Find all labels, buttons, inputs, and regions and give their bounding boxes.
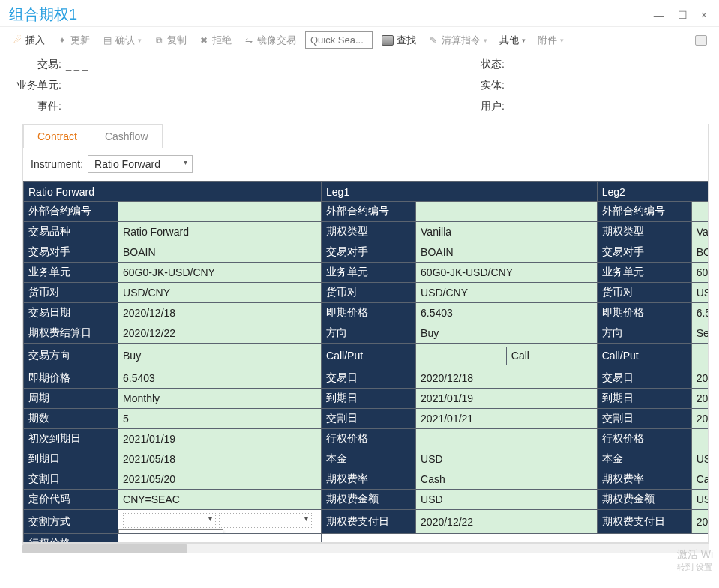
mirror-button: ⇋ 镜像交易 [241, 32, 299, 49]
copy-icon: ⧉ [154, 35, 164, 46]
printer-icon [695, 35, 707, 46]
binoculars-icon [382, 35, 394, 46]
callput-split[interactable]: Call [416, 344, 598, 368]
contract-grid: Ratio Forward Leg1 Leg2 外部合约编号 外部合约编号 外部… [23, 182, 708, 542]
insert-button[interactable]: ☄ 插入 [9, 32, 48, 49]
window-controls: — ☐ × [651, 9, 710, 21]
print-button[interactable] [692, 34, 710, 47]
settlement-mode-options: Full Netting [118, 530, 223, 534]
mirror-icon: ⇋ [244, 35, 254, 46]
event-label: 事件: [0, 100, 66, 113]
leg-label: 外部合约编号 [597, 202, 691, 222]
confirm-icon: ▤ [102, 35, 112, 46]
trade-label: 交易: [0, 58, 66, 71]
scrollbar-thumb[interactable] [22, 544, 187, 554]
insert-icon: ☄ [12, 35, 22, 46]
leg2-value[interactable] [691, 202, 708, 222]
toolbar: ☄ 插入 ✦ 更新 ▤ 确认 ▾ ⧉ 复制 ✖ 拒绝 ⇋ 镜像交易 查找 ✎ 清… [0, 27, 719, 53]
status-label: 状态: [472, 58, 509, 71]
trade-value: _ _ _ [66, 59, 88, 70]
maximize-button[interactable]: ☐ [675, 9, 691, 21]
update-button: ✦ 更新 [54, 32, 93, 49]
settlement-mode-dropdown-b[interactable] [219, 513, 312, 528]
clear-icon: ✎ [428, 35, 439, 46]
main-value[interactable] [118, 202, 322, 222]
close-button[interactable]: × [698, 9, 710, 21]
instrument-select[interactable]: Ratio Forward [88, 155, 193, 173]
windows-watermark: 激活 Wi 转到 设置 [677, 548, 713, 573]
attach-button: 附件 ▾ [535, 32, 567, 49]
main-label: 外部合约编号 [24, 202, 118, 222]
tab-contract[interactable]: Contract [23, 124, 91, 148]
settlement-mode-cell[interactable]: Full Netting ➤ [118, 510, 322, 534]
quick-search-input[interactable] [305, 32, 373, 49]
title-bar: 组合期权1 — ☐ × [0, 0, 719, 27]
tab-strip: Contract Cashflow [23, 124, 708, 148]
instrument-label: Instrument: [31, 158, 83, 170]
copy-button: ⧉ 复制 [151, 32, 190, 49]
leg-label: 外部合约编号 [322, 202, 416, 222]
confirm-button: ▤ 确认 ▾ [99, 32, 145, 49]
header-main: Ratio Forward [24, 182, 322, 202]
dropdown-option-full[interactable]: Full [119, 530, 223, 534]
other-button[interactable]: 其他 ▾ [496, 32, 529, 49]
settlement-mode-dropdown-a[interactable] [123, 513, 216, 528]
sheet-panel: Contract Cashflow Instrument: Ratio Forw… [22, 124, 709, 543]
bu-label: 业务单元: [0, 79, 66, 92]
horizontal-scrollbar[interactable] [22, 543, 709, 554]
info-region: 交易: _ _ _ 业务单元: 事件: 状态: 实体: 用户: [0, 53, 719, 121]
tab-cashflow[interactable]: Cashflow [91, 124, 163, 148]
window-title: 组合期权1 [9, 4, 77, 25]
user-label: 用户: [472, 100, 509, 113]
update-icon: ✦ [57, 35, 67, 46]
header-leg1: Leg1 [322, 182, 598, 202]
leg1-value[interactable] [416, 202, 598, 222]
entity-label: 实体: [472, 79, 509, 92]
grid-scroll[interactable]: Ratio Forward Leg1 Leg2 外部合约编号 外部合约编号 外部… [23, 181, 708, 542]
clear-button: ✎ 清算指令 ▾ [425, 32, 490, 49]
reject-button: ✖ 拒绝 [196, 32, 235, 49]
header-leg2: Leg2 [597, 182, 708, 202]
minimize-button[interactable]: — [651, 9, 667, 21]
reject-icon: ✖ [199, 35, 209, 46]
find-button[interactable]: 查找 [379, 32, 419, 49]
